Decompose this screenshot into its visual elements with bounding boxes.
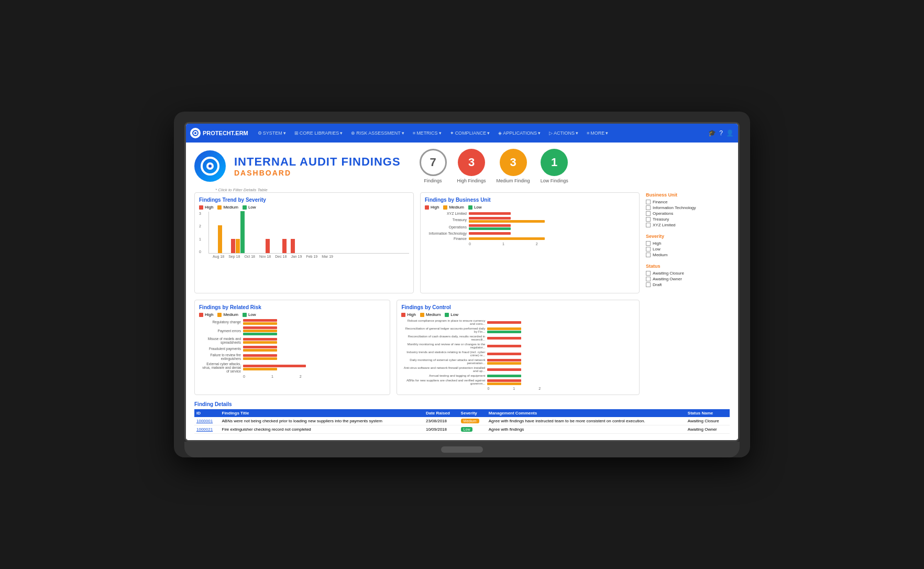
filter-treasury[interactable]: Treasury bbox=[646, 217, 730, 222]
compliance-icon: ✦ bbox=[450, 130, 454, 136]
summary-circles: 7 Findings 3 High Findings 3 Medium Find… bbox=[420, 149, 568, 183]
metrics-icon: ≡ bbox=[413, 130, 415, 136]
medium-findings-badge[interactable]: 3 bbox=[500, 149, 527, 176]
total-findings-badge[interactable]: 7 bbox=[420, 149, 447, 176]
brand-logo bbox=[194, 150, 226, 182]
medium-findings-label: Medium Finding bbox=[497, 178, 530, 183]
app-logo[interactable]: PROTECHT.ERM bbox=[190, 128, 248, 138]
filter-panel-spacer bbox=[646, 300, 730, 395]
dashboard-header: INTERNAL AUDIT FINDINGS DASHBOARD 7 Find… bbox=[194, 149, 730, 183]
rr-legend: High Medium Low bbox=[199, 312, 386, 317]
total-findings-label: Findings bbox=[424, 178, 442, 183]
filter-awaiting-owner[interactable]: Awaiting Owner bbox=[646, 277, 730, 281]
help-icon[interactable]: 🎓 bbox=[708, 129, 716, 137]
nav-metrics[interactable]: ≡ METRICS ▾ bbox=[410, 128, 445, 138]
filter-high[interactable]: High bbox=[646, 241, 730, 246]
header-titles: INTERNAL AUDIT FINDINGS DASHBOARD bbox=[234, 155, 401, 177]
table-title: Finding Details bbox=[194, 401, 730, 407]
bu-row-operations: Operations bbox=[425, 224, 635, 230]
nav-applications[interactable]: ◈ APPLICATIONS ▾ bbox=[495, 128, 544, 138]
finding-title-1: ABNs were not being checked prior to loa… bbox=[220, 417, 424, 425]
user-icon[interactable]: 👤 bbox=[726, 129, 734, 137]
filter-xyz[interactable]: XYZ Limited bbox=[646, 223, 730, 227]
filter-low[interactable]: Low bbox=[646, 247, 730, 251]
finding-id-1000021[interactable]: 1000021 bbox=[194, 425, 220, 434]
system-icon: ⚙ bbox=[258, 130, 262, 136]
high-findings-summary[interactable]: 3 High Findings bbox=[457, 149, 486, 183]
filter-panel: Business Unit Finance Information Techno… bbox=[646, 192, 730, 293]
nav-risk-assessment[interactable]: ⊗ RISK ASSESSMENT ▾ bbox=[348, 128, 408, 138]
main-content: INTERNAL AUDIT FINDINGS DASHBOARD 7 Find… bbox=[186, 143, 738, 440]
filter-it[interactable]: Information Technology bbox=[646, 205, 730, 210]
finding-comments-2: Agree with findings bbox=[487, 425, 686, 434]
medium-findings-summary[interactable]: 3 Medium Finding bbox=[497, 149, 530, 183]
findings-table: ID Findings Title Date Raised Severity M… bbox=[194, 409, 730, 434]
high-findings-label: High Findings bbox=[457, 178, 486, 183]
nav-system[interactable]: ⚙ SYSTEM ▾ bbox=[255, 128, 289, 138]
laptop-base bbox=[184, 442, 740, 457]
charts-row-2: Findings by Related Risk High Medium Low… bbox=[194, 300, 730, 395]
finding-id-1000001[interactable]: 1000001 bbox=[194, 417, 220, 425]
nav-more[interactable]: ≡ MORE ▾ bbox=[584, 128, 611, 138]
finding-status-1: Awaiting Closure bbox=[686, 417, 730, 425]
finding-title-2: Fire extinguisher checking record not co… bbox=[220, 425, 424, 434]
filter-medium[interactable]: Medium bbox=[646, 253, 730, 257]
related-risk-chart-panel: Findings by Related Risk High Medium Low… bbox=[194, 300, 390, 395]
related-risk-title: Findings by Related Risk bbox=[199, 304, 386, 310]
libraries-icon: ⊞ bbox=[294, 130, 299, 136]
charts-row-1: Findings Trend by Severity High Medium L… bbox=[194, 192, 730, 293]
high-findings-badge[interactable]: 3 bbox=[458, 149, 485, 176]
filter-awaiting-closure[interactable]: Awaiting Closure bbox=[646, 271, 730, 276]
nav-actions[interactable]: ▷ ACTIONS ▾ bbox=[546, 128, 581, 138]
trend-chart-area: 0123 bbox=[199, 212, 409, 258]
bu-filter-title: Business Unit bbox=[646, 192, 730, 198]
col-id: ID bbox=[194, 409, 220, 417]
finding-date-2: 10/09/2018 bbox=[424, 425, 459, 434]
col-status: Status Name bbox=[686, 409, 730, 417]
bu-row-treasury: Treasury bbox=[425, 217, 635, 223]
finding-comments-1: Agree with findings have instructed team… bbox=[487, 417, 686, 425]
page-subtitle: DASHBOARD bbox=[234, 169, 401, 177]
finding-status-2: Awaiting Owner bbox=[686, 425, 730, 434]
risk-icon: ⊗ bbox=[351, 130, 355, 136]
control-chart-rows: Robust compliance program in place to en… bbox=[401, 319, 635, 390]
actions-icon: ▷ bbox=[549, 130, 553, 136]
col-title: Findings Title bbox=[220, 409, 424, 417]
business-unit-chart-title: Findings by Business Unit bbox=[425, 197, 635, 203]
severity-filter: Severity High Low Medium bbox=[646, 234, 730, 257]
screen: PROTECHT.ERM ⚙ SYSTEM ▾ ⊞ CORE LIBRARIES… bbox=[184, 122, 740, 442]
filter-finance[interactable]: Finance bbox=[646, 200, 730, 204]
finding-date-1: 23/08/2018 bbox=[424, 417, 459, 425]
app-name: PROTECHT.ERM bbox=[203, 130, 248, 136]
page-title: INTERNAL AUDIT FINDINGS bbox=[234, 155, 401, 169]
low-findings-summary[interactable]: 1 Low Findings bbox=[541, 149, 568, 183]
status-filter: Status Awaiting Closure Awaiting Owner D… bbox=[646, 264, 730, 287]
svg-point-1 bbox=[194, 132, 196, 134]
bar-dec18 bbox=[266, 239, 270, 253]
control-chart-title: Findings by Control bbox=[401, 304, 635, 310]
svg-point-4 bbox=[208, 165, 212, 168]
bar-feb19 bbox=[282, 239, 287, 253]
nav-core-libraries[interactable]: ⊞ CORE LIBRARIES ▾ bbox=[291, 128, 346, 138]
low-findings-badge[interactable]: 1 bbox=[541, 149, 568, 176]
severity-filter-title: Severity bbox=[646, 234, 730, 239]
nav-compliance[interactable]: ✦ COMPLIANCE ▾ bbox=[447, 128, 493, 138]
question-icon[interactable]: ? bbox=[719, 129, 723, 137]
bu-row-finance: Finance bbox=[425, 237, 635, 240]
bu-chart-rows: XYZ Limited Treasury bbox=[425, 212, 635, 246]
navbar: PROTECHT.ERM ⚙ SYSTEM ▾ ⊞ CORE LIBRARIES… bbox=[186, 124, 738, 143]
bu-row-xyz: XYZ Limited bbox=[425, 212, 635, 215]
table-section: Finding Details ID Findings Title Date R… bbox=[194, 401, 730, 434]
bar-mar19 bbox=[291, 239, 295, 253]
col-severity: Severity bbox=[459, 409, 487, 417]
filter-operations[interactable]: Operations bbox=[646, 211, 730, 216]
table-row: 1000001 ABNs were not being checked prio… bbox=[194, 417, 730, 425]
finding-severity-2: Low bbox=[459, 425, 487, 434]
control-chart-panel: Findings by Control High Medium Low Robu… bbox=[397, 300, 640, 395]
col-comments: Management Comments bbox=[487, 409, 686, 417]
bu-row-it: Information Technology bbox=[425, 232, 635, 235]
business-unit-chart-panel: Findings by Business Unit High Medium Lo… bbox=[420, 192, 640, 293]
logo-icon bbox=[190, 128, 201, 138]
filter-draft[interactable]: Draft bbox=[646, 282, 730, 287]
total-findings-summary[interactable]: 7 Findings bbox=[420, 149, 447, 183]
